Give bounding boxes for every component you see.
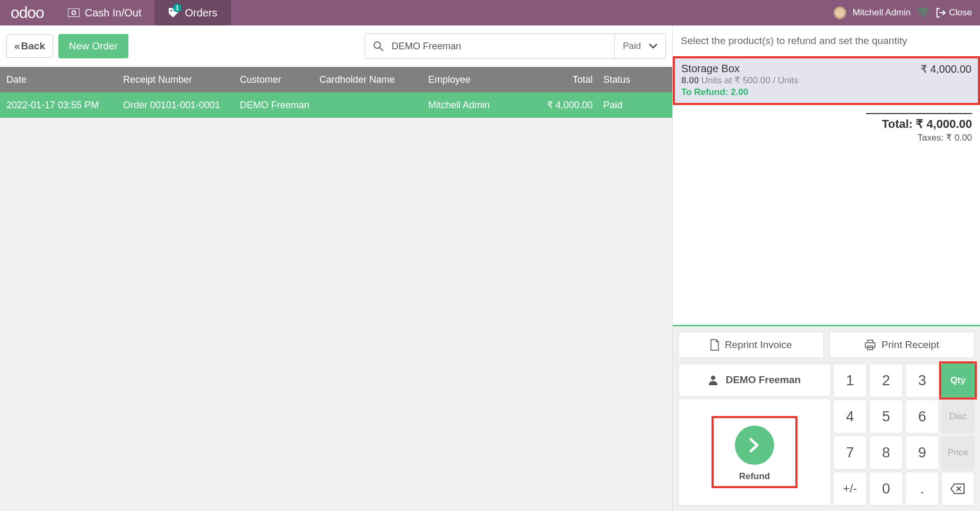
- svg-point-3: [922, 16, 924, 18]
- tax-line: Taxes: ₹ 0.00: [866, 132, 972, 143]
- close-label: Close: [949, 7, 972, 18]
- back-label: Back: [21, 40, 45, 52]
- logout-icon: [935, 7, 946, 18]
- topbar-right: Mitchell Admin Close: [834, 6, 980, 19]
- product-qty-rest: Units at ₹ 500.00 / Units: [699, 75, 799, 85]
- numpad-3[interactable]: 3: [905, 363, 939, 397]
- svg-line-5: [380, 48, 383, 51]
- totals-block: Total: ₹ 4,000.00 Taxes: ₹ 0.00: [866, 113, 972, 143]
- col-header-total: Total: [524, 74, 593, 85]
- svg-rect-6: [865, 343, 875, 348]
- total-line: Total: ₹ 4,000.00: [866, 117, 972, 131]
- nav-cash-label: Cash In/Out: [85, 7, 142, 19]
- cell-status: Paid: [593, 100, 640, 111]
- nav-cash-in-out[interactable]: Cash In/Out: [55, 0, 155, 25]
- reprint-invoice-button[interactable]: Reprint Invoice: [678, 332, 824, 358]
- refund-button[interactable]: [735, 426, 774, 465]
- top-bar: odoo Cash In/Out 1 Orders Mitchell Admin…: [0, 0, 980, 25]
- col-header-cardholder: Cardholder Name: [319, 74, 428, 85]
- mode-column: Qty Disc Price: [941, 363, 975, 506]
- col-header-status: Status: [593, 74, 640, 85]
- numpad-2[interactable]: 2: [869, 363, 903, 397]
- table-row[interactable]: 2022-01-17 03:55 PM Order 00101-001-0001…: [0, 92, 672, 118]
- numpad-9[interactable]: 9: [905, 436, 939, 470]
- user-icon: [708, 375, 718, 385]
- user-name[interactable]: Mitchell Admin: [853, 7, 911, 18]
- col-header-date: Date: [6, 74, 123, 85]
- reprint-label: Reprint Invoice: [725, 339, 792, 351]
- cell-customer: DEMO Freeman: [240, 100, 319, 111]
- numpad-1[interactable]: 1: [833, 363, 867, 397]
- product-qty-line: 8.00 Units at ₹ 500.00 / Units: [681, 75, 799, 86]
- svg-point-1: [72, 11, 75, 15]
- nav-orders[interactable]: 1 Orders: [154, 0, 230, 25]
- cell-receipt: Order 00101-001-0001: [123, 100, 240, 111]
- search-wrap: Paid: [365, 33, 666, 59]
- numpad-plusminus[interactable]: +/-: [833, 472, 867, 506]
- svg-rect-0: [68, 8, 80, 17]
- cell-employee: Mitchell Admin: [428, 100, 524, 111]
- customer-name: DEMO Freeman: [726, 374, 801, 386]
- orders-pane: « Back New Order Paid Date Receipt Numbe…: [0, 25, 672, 511]
- col-header-customer: Customer: [240, 74, 319, 85]
- tag-icon: 1: [168, 7, 179, 19]
- cell-total: ₹ 4,000.00: [524, 99, 593, 111]
- numpad-6[interactable]: 6: [905, 400, 939, 434]
- close-button[interactable]: Close: [935, 7, 972, 18]
- new-order-button[interactable]: New Order: [58, 34, 128, 58]
- mode-qty-button[interactable]: Qty: [941, 363, 975, 397]
- numpad-dot[interactable]: .: [905, 472, 939, 506]
- odoo-logo: odoo: [0, 4, 55, 22]
- refund-button-wrap: Refund: [678, 399, 831, 506]
- chevron-down-icon: [649, 44, 657, 49]
- product-price: ₹ 4,000.00: [921, 63, 972, 98]
- product-qty: 8.00: [681, 75, 699, 85]
- back-button[interactable]: « Back: [6, 34, 53, 58]
- numpad: 1 2 3 4 5 6 7 8 9 +/- 0 .: [833, 363, 939, 506]
- refund-product-line[interactable]: Storage Box 8.00 Units at ₹ 500.00 / Uni…: [673, 56, 980, 105]
- printer-icon: [864, 340, 876, 350]
- backspace-button[interactable]: [941, 472, 975, 506]
- numpad-7[interactable]: 7: [833, 436, 867, 470]
- mode-disc-button[interactable]: Disc: [941, 400, 975, 434]
- backspace-icon: [950, 483, 965, 494]
- col-header-receipt: Receipt Number: [123, 74, 240, 85]
- svg-point-9: [711, 376, 715, 380]
- wifi-icon: [917, 8, 929, 18]
- svg-point-2: [171, 10, 173, 12]
- svg-rect-7: [868, 340, 873, 343]
- mode-price-button[interactable]: Price: [941, 436, 975, 470]
- status-filter[interactable]: Paid: [614, 34, 665, 58]
- print-receipt-button[interactable]: Print Receipt: [829, 332, 975, 358]
- numpad-4[interactable]: 4: [833, 400, 867, 434]
- refund-header-text: Select the product(s) to refund and set …: [673, 25, 980, 56]
- chevron-left-icon: «: [14, 40, 20, 52]
- left-controls: « Back New Order Paid: [0, 25, 672, 67]
- numpad-8[interactable]: 8: [869, 436, 903, 470]
- nav-orders-label: Orders: [185, 7, 217, 19]
- file-icon: [710, 339, 719, 351]
- customer-button[interactable]: DEMO Freeman: [678, 363, 831, 396]
- status-value: Paid: [623, 41, 641, 51]
- svg-point-4: [374, 42, 380, 48]
- table-header: Date Receipt Number Customer Cardholder …: [0, 67, 672, 92]
- to-refund-text: To Refund: 2.00: [681, 87, 799, 98]
- cell-date: 2022-01-17 03:55 PM: [6, 100, 123, 111]
- chevron-right-icon: [749, 437, 760, 453]
- bottom-panel: Reprint Invoice Print Receipt DEMO Freem: [673, 325, 980, 511]
- avatar[interactable]: [834, 6, 846, 19]
- numpad-5[interactable]: 5: [869, 400, 903, 434]
- product-name: Storage Box: [681, 63, 799, 75]
- print-label: Print Receipt: [881, 339, 939, 351]
- search-input[interactable]: [392, 41, 614, 52]
- orders-badge: 1: [173, 4, 182, 12]
- numpad-0[interactable]: 0: [869, 472, 903, 506]
- search-icon: [365, 41, 392, 51]
- refund-label: Refund: [739, 471, 770, 482]
- col-header-employee: Employee: [428, 74, 524, 85]
- refund-pane: Select the product(s) to refund and set …: [672, 25, 980, 511]
- refund-highlight: Refund: [712, 416, 797, 488]
- cash-icon: [68, 8, 80, 17]
